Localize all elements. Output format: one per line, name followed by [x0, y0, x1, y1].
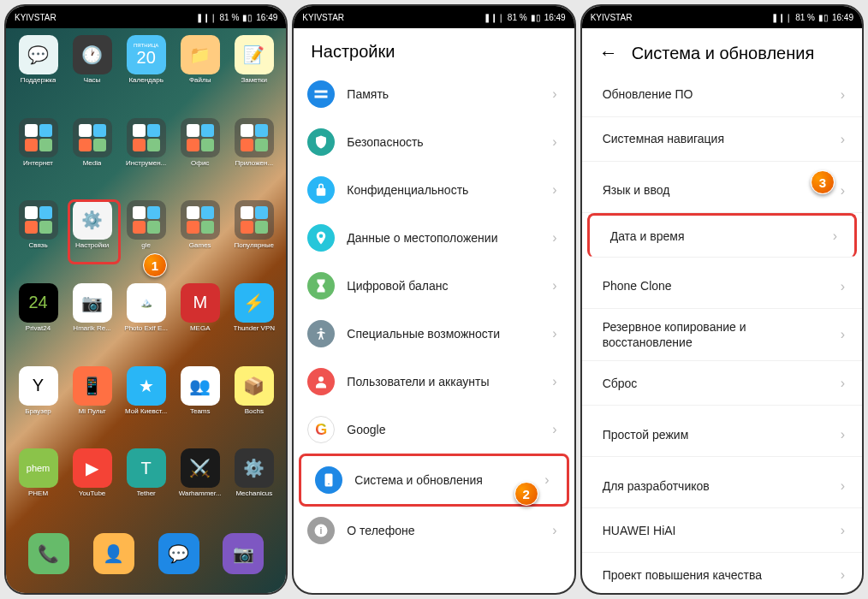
chevron-right-icon: ›: [552, 422, 556, 437]
app-miпульт[interactable]: 📱Mi Пульт: [67, 366, 117, 444]
row-label: Данные о местоположении: [347, 230, 540, 246]
app-photoexife[interactable]: 🏔️Photo Exif E...: [121, 283, 171, 361]
app-tether[interactable]: TTether: [121, 448, 171, 526]
app-teams[interactable]: 👥Teams: [175, 366, 225, 444]
hour-icon: [307, 272, 335, 300]
settings-row-acc[interactable]: Специальные возможности›: [294, 310, 574, 358]
settings-row-g[interactable]: GGoogle›: [294, 406, 574, 454]
carrier-label: KYIVSTAR: [15, 13, 56, 22]
app-label: Инструмен...: [126, 159, 166, 167]
row-label: Резервное копирование и восстановление: [603, 319, 829, 350]
app-популярные[interactable]: Популярные: [229, 200, 279, 278]
app-часы[interactable]: 🕐Часы: [67, 35, 117, 113]
storage-icon: [307, 80, 335, 108]
app-label: Заметки: [241, 76, 267, 84]
settings-row-lock[interactable]: Конфиденциальность›: [294, 166, 574, 214]
chevron-right-icon: ›: [552, 134, 556, 150]
app-label: Часы: [84, 76, 101, 84]
app-интернет[interactable]: Интернет: [13, 118, 63, 196]
chevron-right-icon: ›: [841, 523, 845, 538]
app-label: YouTube: [79, 489, 105, 497]
app-поддержка[interactable]: 💬Поддержка: [13, 35, 63, 113]
step-badge-2: 2: [514, 482, 538, 506]
back-icon[interactable]: ←: [599, 42, 618, 64]
phone-settings: KYIVSTAR ❚❙❘81 %▮▯16:49 Настройки Память…: [292, 4, 575, 595]
settings-row-shield[interactable]: Безопасность›: [294, 118, 574, 166]
app-браузер[interactable]: YБраузер: [13, 366, 63, 444]
settings-row-pin[interactable]: Данные о местоположении›: [294, 214, 574, 262]
row-label: Системная навигация: [603, 131, 829, 146]
app-label: Связь: [28, 241, 47, 249]
row-label: Память: [347, 86, 540, 102]
settings-list: Память›Безопасность›Конфиденциальность›Д…: [294, 70, 574, 593]
app-bochs[interactable]: 📦Bochs: [229, 366, 279, 444]
app-warhammer[interactable]: ⚔️Warhammer...: [175, 448, 225, 526]
app-label: Популярные: [235, 241, 274, 249]
dock-app[interactable]: 📷: [223, 533, 264, 574]
g-icon: G: [307, 416, 335, 443]
row-label: Дата и время: [610, 228, 821, 244]
status-bar: KYIVSTAR ❚❙❘ 81 % ▮▯ 16:49: [6, 6, 286, 28]
settings-row-hour[interactable]: Цифровой баланс›: [294, 262, 574, 310]
system-row[interactable]: Сброс›: [582, 361, 862, 406]
chevron-right-icon: ›: [833, 228, 837, 244]
dock-app[interactable]: 💬: [158, 533, 199, 574]
chevron-right-icon: ›: [841, 567, 845, 583]
page-title: Настройки: [311, 42, 395, 62]
system-row[interactable]: Системная навигация›: [582, 117, 862, 162]
app-заметки[interactable]: 📝Заметки: [229, 35, 279, 113]
app-media[interactable]: Media: [67, 118, 117, 196]
app-файлы[interactable]: 📁Файлы: [175, 35, 225, 113]
app-мойкиевст[interactable]: ★Мой Киевст...: [121, 366, 171, 444]
row-label: HUAWEI HiAI: [603, 523, 829, 538]
app-label: Tether: [137, 489, 156, 497]
app-офис[interactable]: Офис: [175, 118, 225, 196]
dock-app[interactable]: 👤: [93, 533, 134, 574]
pin-icon: [307, 224, 335, 252]
system-row[interactable]: Обновление ПО›: [582, 73, 862, 117]
app-label: Thunder VPN: [234, 324, 275, 332]
svg-point-0: [320, 328, 323, 330]
chevron-right-icon: ›: [841, 183, 845, 199]
system-row[interactable]: Проект повышения качества›: [582, 553, 862, 593]
app-label: Файлы: [189, 76, 211, 84]
row-label: О телефоне: [347, 523, 540, 538]
app-связь[interactable]: Связь: [13, 200, 63, 278]
settings-row-storage[interactable]: Память›: [294, 70, 574, 118]
chevron-right-icon: ›: [552, 326, 556, 341]
chevron-right-icon: ›: [552, 86, 556, 102]
system-row[interactable]: Дата и время›: [587, 213, 857, 258]
app-label: Teams: [190, 407, 211, 415]
app-label: Интернет: [23, 159, 53, 167]
system-row[interactable]: HUAWEI HiAI›: [582, 508, 862, 553]
app-mega[interactable]: MMEGA: [175, 283, 225, 361]
settings-row-info[interactable]: iО телефоне›: [294, 507, 574, 555]
app-mechanicus[interactable]: ⚙️Mechanicus: [229, 448, 279, 526]
app-label: Календарь: [128, 76, 163, 84]
row-label: Для разработчиков: [603, 478, 829, 494]
system-row[interactable]: Phone Clone›: [582, 264, 862, 309]
chevron-right-icon: ›: [552, 278, 556, 294]
system-row[interactable]: Резервное копирование и восстановление›: [582, 309, 862, 361]
system-row[interactable]: Для разработчиков›: [582, 464, 862, 508]
chevron-right-icon: ›: [841, 478, 845, 494]
row-label: Phone Clone: [603, 278, 829, 294]
app-инструмен[interactable]: Инструмен...: [121, 118, 171, 196]
app-youtube[interactable]: ▶YouTube: [67, 448, 117, 526]
app-label: Bochs: [245, 407, 264, 415]
app-настройки[interactable]: ⚙️Настройки: [67, 200, 117, 278]
app-phem[interactable]: phemPHEM: [13, 448, 63, 526]
system-row[interactable]: Простой режим›: [582, 412, 862, 457]
app-label: Games: [189, 241, 211, 249]
app-thundervpn[interactable]: ⚡Thunder VPN: [229, 283, 279, 361]
app-games[interactable]: Games: [175, 200, 225, 278]
app-hmarikre[interactable]: 📷Hmarik Re...: [67, 283, 117, 361]
app-приложен[interactable]: Приложен...: [229, 118, 279, 196]
settings-row-user[interactable]: Пользователи и аккаунты›: [294, 358, 574, 406]
app-grid: 💬Поддержка🕐ЧасыПЯТНИЦА20Календарь📁Файлы📝…: [13, 35, 279, 526]
chevron-right-icon: ›: [841, 427, 845, 442]
app-privat24[interactable]: 24Privat24: [13, 283, 63, 361]
chevron-right-icon: ›: [841, 279, 845, 294]
app-календарь[interactable]: ПЯТНИЦА20Календарь: [121, 35, 171, 113]
dock-app[interactable]: 📞: [28, 533, 69, 574]
